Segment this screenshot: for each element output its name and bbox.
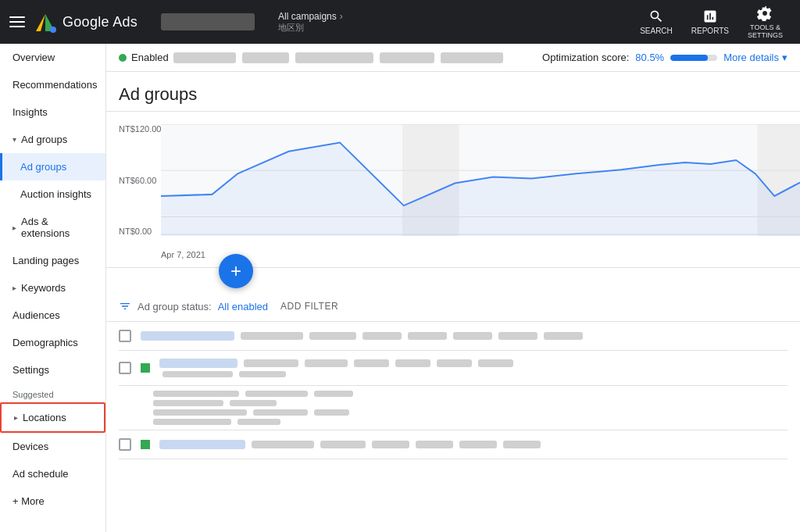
sidebar-item-recommendations-label: Recommendations: [12, 79, 97, 91]
sidebar-item-overview-label: Overview: [12, 52, 55, 63]
chart-area: NT$120.00 NT$60.00 NT$0.00: [106, 112, 800, 268]
sidebar-item-ads-extensions-label: Ads & extensions: [21, 216, 93, 239]
sidebar-item-auction-insights-label: Auction insights: [20, 188, 91, 200]
breadcrumb-parent[interactable]: All campaigns ›: [278, 11, 343, 22]
breadcrumb-current: 地区別: [278, 22, 304, 34]
optimization-score: Optimization score: 80.5% More details ▾: [542, 52, 788, 63]
table-area: [106, 322, 800, 459]
sub-data-row: [119, 386, 788, 430]
main-content: Enabled Optimization score: 80.5% More d…: [106, 44, 800, 532]
nav-left: Google Ads All campaigns › 地区別: [9, 9, 632, 34]
add-filter-button[interactable]: ADD FILTER: [274, 298, 345, 315]
more-details-button[interactable]: More details ▾: [723, 52, 788, 63]
ads-extensions-chevron: ▸: [12, 223, 16, 232]
sidebar-item-ad-schedule-label: Ad schedule: [12, 468, 69, 480]
score-bar: [670, 55, 717, 61]
svg-marker-1: [36, 14, 45, 31]
account-blur-row: [173, 52, 503, 63]
sidebar-item-audiences-label: Audiences: [12, 309, 60, 321]
sidebar-item-more-label: + More: [12, 495, 45, 507]
search-nav-label: SEARCH: [640, 27, 673, 35]
tools-nav-label: TOOLS &SETTINGS: [748, 23, 783, 39]
search-nav-button[interactable]: SEARCH: [632, 4, 680, 40]
sidebar-item-settings-label: Settings: [12, 364, 49, 376]
svg-point-3: [50, 27, 56, 33]
sidebar-item-auction-insights[interactable]: Auction insights: [0, 180, 105, 208]
status-row: Enabled: [119, 52, 503, 63]
sidebar-item-devices[interactable]: Devices: [0, 433, 105, 460]
y-label-top: NT$120.00: [119, 124, 161, 134]
sidebar-item-recommendations[interactable]: Recommendations: [0, 71, 105, 98]
fab-add-button[interactable]: +: [219, 254, 253, 288]
row-status-indicator: [141, 363, 150, 373]
google-ads-logo: Google Ads: [33, 9, 138, 34]
sidebar-item-audiences[interactable]: Audiences: [0, 302, 105, 329]
sidebar-item-insights[interactable]: Insights: [0, 98, 105, 126]
fab-icon: +: [230, 260, 241, 282]
sidebar-item-keywords[interactable]: ▸ Keywords: [0, 274, 105, 302]
nav-right: SEARCH REPORTS TOOLS &SETTINGS: [632, 1, 791, 44]
tools-icon: [757, 5, 773, 21]
chart-svg-container: [161, 124, 800, 236]
main-layout: Overview Recommendations Insights ▾ Ad g…: [0, 44, 800, 532]
page-title: Ad groups: [119, 84, 788, 105]
more-details-label: More details: [723, 52, 779, 63]
sidebar-item-settings[interactable]: Settings: [0, 356, 105, 384]
logo-icon: [33, 9, 58, 34]
keywords-chevron: ▸: [12, 284, 16, 292]
sidebar-item-more[interactable]: + More: [0, 487, 105, 515]
top-navigation: Google Ads All campaigns › 地区別 SEARCH RE…: [0, 0, 800, 44]
sidebar-item-ad-groups-label: Ad groups: [20, 161, 66, 173]
filter-label: Ad group status:: [138, 301, 212, 312]
score-fill: [670, 55, 708, 61]
account-name: [161, 13, 255, 30]
logo-text: Google Ads: [62, 14, 138, 30]
breadcrumb-arrow: ›: [340, 11, 343, 22]
sidebar-item-demographics-label: Demographics: [12, 337, 78, 348]
sidebar-item-keywords-label: Keywords: [21, 282, 66, 294]
suggested-section-label: Suggested: [0, 384, 105, 402]
breadcrumb: All campaigns › 地区別: [278, 11, 343, 34]
sidebar-item-ads-extensions[interactable]: ▸ Ads & extensions: [0, 208, 105, 247]
filter-value: All enabled: [218, 301, 268, 312]
y-label-mid: NT$60.00: [119, 176, 161, 185]
sidebar-item-landing-pages-label: Landing pages: [12, 255, 79, 266]
ad-groups-chevron: ▾: [12, 135, 16, 144]
filter-icon: [119, 300, 131, 312]
sidebar-item-insights-label: Insights: [12, 106, 48, 118]
chart-y-labels: NT$120.00 NT$60.00 NT$0.00: [119, 124, 161, 236]
sidebar: Overview Recommendations Insights ▾ Ad g…: [0, 44, 106, 532]
tools-nav-button[interactable]: TOOLS &SETTINGS: [740, 1, 791, 44]
sidebar-item-locations-label: Locations: [23, 412, 66, 423]
row-status-indicator: [141, 440, 150, 449]
filter-bar: Ad group status: All enabled ADD FILTER: [106, 291, 800, 322]
sidebar-item-landing-pages[interactable]: Landing pages: [0, 247, 105, 274]
sidebar-item-overview[interactable]: Overview: [0, 44, 105, 71]
page-title-bar: Ad groups: [106, 72, 800, 112]
sidebar-item-ad-groups-parent-label: Ad groups: [21, 134, 67, 145]
row-checkbox[interactable]: [119, 330, 131, 342]
sidebar-item-ad-groups-parent[interactable]: ▾ Ad groups: [0, 126, 105, 153]
table-row: [119, 351, 788, 386]
search-icon: [648, 9, 664, 24]
optimization-label: Optimization score:: [542, 52, 629, 63]
reports-nav-button[interactable]: REPORTS: [684, 4, 737, 40]
sidebar-item-locations[interactable]: ▸ Locations: [0, 402, 105, 433]
more-details-chevron: ▾: [782, 52, 788, 63]
row-checkbox[interactable]: [119, 362, 131, 374]
reports-icon: [702, 9, 718, 24]
chart-x-label: Apr 7, 2021: [161, 250, 205, 259]
status-label: Enabled: [131, 52, 169, 63]
enabled-dot: [119, 54, 127, 62]
sidebar-item-devices-label: Devices: [12, 441, 48, 452]
sidebar-item-ad-groups[interactable]: Ad groups: [0, 153, 105, 180]
optimization-value: 80.5%: [635, 52, 664, 63]
content-topbar: Enabled Optimization score: 80.5% More d…: [106, 44, 800, 72]
sidebar-item-ad-schedule[interactable]: Ad schedule: [0, 460, 105, 487]
hamburger-menu[interactable]: [9, 16, 25, 27]
line-chart: [161, 124, 800, 236]
sidebar-item-demographics[interactable]: Demographics: [0, 329, 105, 356]
row-checkbox[interactable]: [119, 438, 131, 451]
locations-chevron: ▸: [14, 413, 18, 422]
table-row: [119, 322, 788, 351]
